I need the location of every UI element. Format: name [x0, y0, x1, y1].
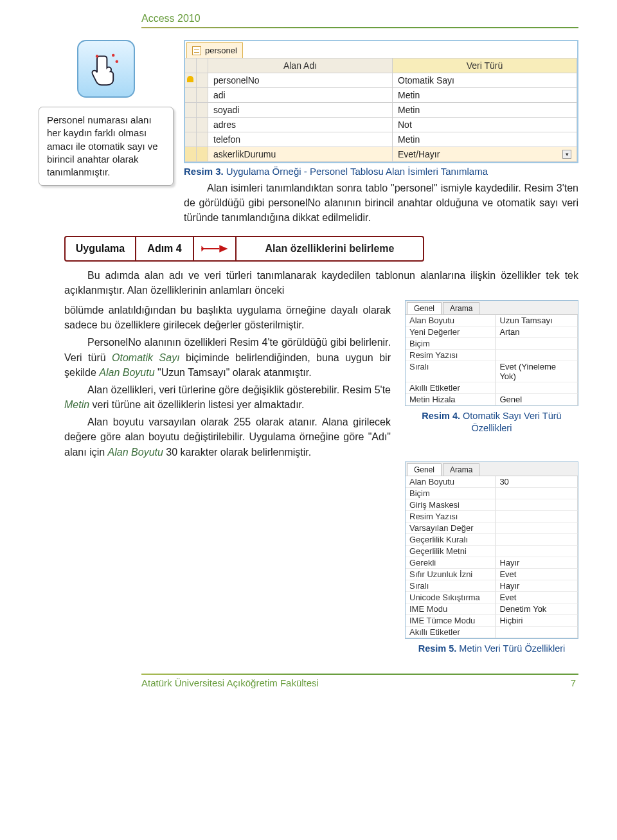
property-value[interactable]: Uzun Tamsayı: [496, 315, 578, 326]
property-row[interactable]: Akıllı Etiketler: [406, 627, 578, 638]
pointing-hand-icon: [77, 40, 135, 98]
property-value[interactable]: [496, 511, 578, 523]
property-value[interactable]: [496, 627, 578, 638]
property-value[interactable]: Evet (Yineleme Yok): [496, 361, 578, 382]
property-row[interactable]: Resim Yazısı: [406, 511, 578, 523]
table-tab[interactable]: personel: [186, 42, 243, 58]
table-row[interactable]: adiMetin: [185, 88, 577, 103]
property-row[interactable]: Geçerlilik Kuralı: [406, 534, 578, 546]
col-alan-adi[interactable]: Alan Adı: [208, 58, 393, 73]
tab-arama-5[interactable]: Arama: [443, 463, 479, 476]
property-value[interactable]: Artan: [496, 326, 578, 338]
field-type-cell[interactable]: Metin: [393, 103, 577, 118]
field-type-cell[interactable]: Not: [393, 118, 577, 132]
row-selector[interactable]: [185, 132, 197, 147]
property-name: Biçim: [406, 488, 496, 499]
row-selector[interactable]: [185, 88, 197, 103]
field-type-cell[interactable]: Metin: [393, 132, 577, 147]
property-name: Sıralı: [406, 361, 496, 382]
tab-genel-4[interactable]: Genel: [407, 302, 442, 314]
property-value[interactable]: Genel: [496, 394, 578, 406]
property-name: Sıfır Uzunluk İzni: [406, 569, 496, 580]
property-row[interactable]: IME Tümce ModuHiçbiri: [406, 615, 578, 627]
property-name: Alan Boyutu: [406, 315, 496, 326]
field-name-cell[interactable]: adi: [208, 88, 393, 103]
property-name: Yeni Değerler: [406, 326, 496, 338]
field-type-cell[interactable]: Otomatik Sayı: [393, 73, 577, 88]
table-row[interactable]: soyadiMetin: [185, 103, 577, 118]
property-row[interactable]: Resim Yazısı: [406, 350, 578, 361]
row-selector[interactable]: [185, 118, 197, 132]
field-name-cell[interactable]: adres: [208, 118, 393, 132]
property-name: Resim Yazısı: [406, 350, 496, 361]
property-value[interactable]: Evet: [496, 569, 578, 580]
row-selector[interactable]: [197, 103, 208, 118]
primary-key-icon[interactable]: [185, 73, 197, 88]
property-value[interactable]: [496, 338, 578, 350]
property-value[interactable]: Hayır: [496, 557, 578, 569]
row-selector[interactable]: [197, 132, 208, 147]
field-name-cell[interactable]: soyadi: [208, 103, 393, 118]
table-row[interactable]: askerlikDurumuEvet/Hayır▾: [185, 147, 577, 162]
field-type-cell[interactable]: Evet/Hayır▾: [393, 147, 577, 162]
field-name-cell[interactable]: personelNo: [208, 73, 393, 88]
property-value[interactable]: 30: [496, 476, 578, 488]
property-value[interactable]: [496, 534, 578, 546]
row-selector[interactable]: [197, 147, 208, 162]
property-value[interactable]: [496, 499, 578, 511]
property-row[interactable]: Alan Boyutu30: [406, 476, 578, 488]
row-selector[interactable]: [197, 73, 208, 88]
property-value[interactable]: Hiçbiri: [496, 615, 578, 627]
property-row[interactable]: IME ModuDenetim Yok: [406, 603, 578, 615]
row-selector[interactable]: [185, 103, 197, 118]
property-value[interactable]: Evet: [496, 592, 578, 603]
property-value[interactable]: Denetim Yok: [496, 603, 578, 615]
row-selector[interactable]: [197, 118, 208, 132]
property-value[interactable]: Hayır: [496, 580, 578, 592]
field-name-cell[interactable]: telefon: [208, 132, 393, 147]
property-value[interactable]: [496, 546, 578, 557]
property-row[interactable]: Akıllı Etiketler: [406, 382, 578, 394]
table-row[interactable]: personelNoOtomatik Sayı: [185, 73, 577, 88]
paragraph-3: PersonelNo alanının özellikleri Resim 4'…: [64, 335, 391, 380]
row-selector[interactable]: [185, 147, 197, 162]
property-row[interactable]: Alan BoyutuUzun Tamsayı: [406, 315, 578, 326]
property-row[interactable]: Biçim: [406, 488, 578, 499]
property-row[interactable]: Metin HizalaGenel: [406, 394, 578, 406]
property-value[interactable]: [496, 523, 578, 534]
property-row[interactable]: SıralıEvet (Yineleme Yok): [406, 361, 578, 382]
property-row[interactable]: SıralıHayır: [406, 580, 578, 592]
property-row[interactable]: Unicode SıkıştırmaEvet: [406, 592, 578, 603]
property-row[interactable]: Geçerlilik Metni: [406, 546, 578, 557]
tab-genel-5[interactable]: Genel: [407, 463, 442, 476]
header-rule: [141, 27, 578, 28]
ribbon-uygulama: Uygulama: [66, 237, 136, 260]
row-selector[interactable]: [197, 88, 208, 103]
field-name-cell[interactable]: askerlikDurumu: [208, 147, 393, 162]
table-row[interactable]: adresNot: [185, 118, 577, 132]
dropdown-icon[interactable]: ▾: [562, 150, 571, 159]
property-value[interactable]: [496, 350, 578, 361]
property-name: Gerekli: [406, 557, 496, 569]
paragraph-4: Alan özellikleri, veri türlerine göre de…: [64, 382, 391, 412]
field-type-cell[interactable]: Metin: [393, 88, 577, 103]
col-veri-turu[interactable]: Veri Türü: [393, 58, 577, 73]
property-row[interactable]: Varsayılan Değer: [406, 523, 578, 534]
figure-5-caption: Resim 5. Metin Veri Türü Özellikleri: [405, 643, 578, 655]
property-name: Unicode Sıkıştırma: [406, 592, 496, 603]
page-number: 7: [571, 677, 576, 688]
property-row[interactable]: Biçim: [406, 338, 578, 350]
property-value[interactable]: [496, 382, 578, 394]
property-name: Geçerlilik Kuralı: [406, 534, 496, 546]
property-row[interactable]: Giriş Maskesi: [406, 499, 578, 511]
tab-arama-4[interactable]: Arama: [443, 302, 479, 314]
property-row[interactable]: Yeni DeğerlerArtan: [406, 326, 578, 338]
table-icon: [192, 46, 201, 55]
footer-text: Atatürk Üniversitesi Açıköğretim Fakülte…: [141, 677, 319, 688]
property-value[interactable]: [496, 488, 578, 499]
figure-4-caption: Resim 4. Otomatik Sayı Veri Türü Özellik…: [405, 410, 578, 434]
grid-header: Alan Adı Veri Türü: [185, 58, 577, 73]
property-row[interactable]: GerekliHayır: [406, 557, 578, 569]
property-row[interactable]: Sıfır Uzunluk İzniEvet: [406, 569, 578, 580]
table-row[interactable]: telefonMetin: [185, 132, 577, 147]
